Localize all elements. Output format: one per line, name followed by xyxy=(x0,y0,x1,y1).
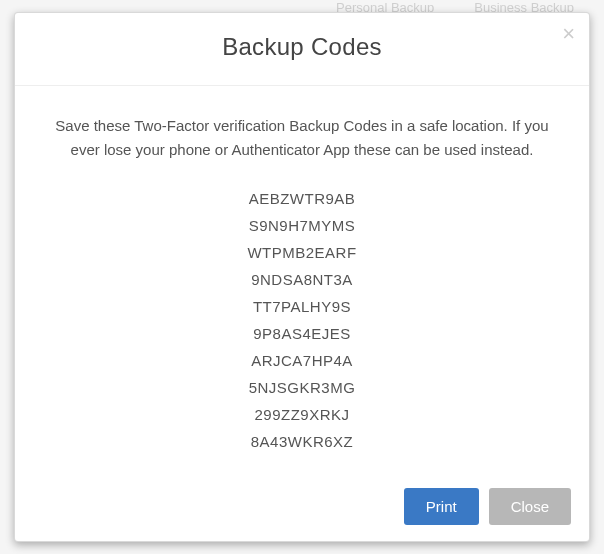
backup-code: WTPMB2EARF xyxy=(247,244,356,261)
backup-codes-list: AEBZWTR9AB S9N9H7MYMS WTPMB2EARF 9NDSA8N… xyxy=(45,190,559,450)
backup-code: S9N9H7MYMS xyxy=(249,217,356,234)
backup-code: 9P8AS4EJES xyxy=(253,325,351,342)
modal-footer: Print Close xyxy=(15,474,589,541)
modal-title: Backup Codes xyxy=(35,33,569,61)
backup-code: 8A43WKR6XZ xyxy=(251,433,354,450)
modal-body: Save these Two-Factor verification Backu… xyxy=(15,86,589,474)
backup-codes-modal: Backup Codes × Save these Two-Factor ver… xyxy=(14,12,590,542)
instructions-text: Save these Two-Factor verification Backu… xyxy=(45,114,559,162)
print-button[interactable]: Print xyxy=(404,488,479,525)
backup-code: ARJCA7HP4A xyxy=(251,352,353,369)
close-button[interactable]: Close xyxy=(489,488,571,525)
backup-code: 9NDSA8NT3A xyxy=(251,271,353,288)
backup-code: 299ZZ9XRKJ xyxy=(254,406,349,423)
backup-code: 5NJSGKR3MG xyxy=(249,379,356,396)
backup-code: TT7PALHY9S xyxy=(253,298,351,315)
backup-code: AEBZWTR9AB xyxy=(249,190,356,207)
close-icon[interactable]: × xyxy=(562,23,575,45)
modal-header: Backup Codes × xyxy=(15,13,589,86)
